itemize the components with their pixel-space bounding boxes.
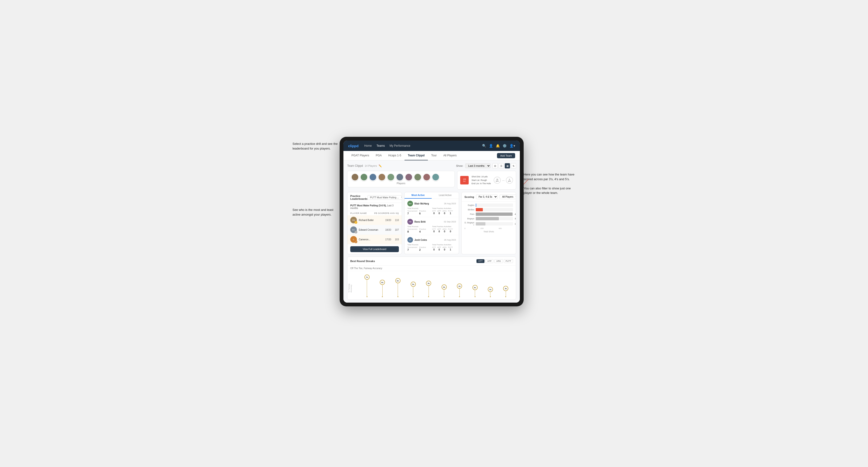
streak-point-8: 4x [468,285,482,297]
avatar-5[interactable] [387,173,395,181]
scoring-player-filter[interactable]: All Players [500,195,516,199]
avatar-6[interactable] [396,173,404,181]
streaks-header: Best Round Streaks OTT APP ARG PUTT [347,257,516,266]
navbar-icons: 🔍 👤 🔔 ⚙️ 👤▾ [482,144,515,148]
activity-item-1: BM Blair McHarg 26 Aug 2023 Total Rounds [404,199,459,217]
pa-stats-3: Total Rounds Tournament 7 Practice [407,244,456,251]
lb-name-1: Richard Butler [359,219,383,221]
navbar-brand: clippd [348,144,359,148]
show-dropdown[interactable]: Last 3 months Last 6 months Last year [465,163,491,168]
avatar-1[interactable] [351,173,359,181]
lb-name-2: Edward Crossman [359,228,383,231]
pa-avatar-2[interactable]: RB [407,219,413,224]
streak-btn-arg[interactable]: ARG [494,259,503,263]
view-card-icon[interactable]: ▦ [505,163,510,168]
streak-btn-ott[interactable]: OTT [476,259,485,263]
avatar-4[interactable] [378,173,385,181]
chart-row-bogeys: Bogeys 311 [464,217,513,220]
add-team-button[interactable]: Add Team [497,153,515,158]
pa-stats-2: Total Rounds Tournament 8 Practice [407,225,456,233]
lb-avg-3: 103 [395,238,399,241]
practice-leaderboards-card: Practice Leaderboards PUTT Must Make Put… [347,192,402,254]
tablet-frame: clippd Home Teams My Performance 🔍 👤 🔔 ⚙… [340,137,524,306]
streak-btn-app[interactable]: APP [486,259,493,263]
navbar-link-performance[interactable]: My Performance [390,144,410,148]
subnav-pga[interactable]: PGA [372,151,385,160]
pa-name-1: Blair McHarg [414,203,442,205]
player-activity-header-1: BM Blair McHarg 26 Aug 2023 [407,201,456,206]
bar-eagles [476,204,476,207]
lb-avatar-3[interactable]: C 3 [350,236,357,243]
settings-icon[interactable]: ⚙️ [503,144,507,148]
lb-score-3: 17/20 [385,238,391,241]
navbar-link-home[interactable]: Home [364,144,372,148]
scoring-card: Scoring Par 3, 4 & 5s All Players E [461,192,516,254]
edit-icon[interactable]: ✏️ [379,164,382,167]
leaderboard-title: Practice Leaderboards [350,195,368,200]
scoring-chart: Eagles 3 Birdies [462,201,516,235]
navbar-link-teams[interactable]: Teams [376,144,385,148]
avatar-10[interactable] [432,173,439,181]
avatar-9[interactable] [423,173,431,181]
annotation-bottom-left: See who is the most and least active amo… [292,208,340,217]
avatar-2[interactable] [360,173,368,181]
shot-info-box: 198 SC Shot Dist: 16 yds Start Lie: Roug… [457,171,516,190]
pa-avatar-3[interactable]: JC [407,237,413,243]
avatar-8[interactable] [414,173,422,181]
lb-avatar-2[interactable]: EC 2 [350,226,357,233]
leaderboard-dropdown[interactable]: PUTT Must Make Putting ... [368,195,402,200]
shot-score-badge: 198 SC [460,176,469,184]
chart-x-axis: 0 200 400 [464,227,513,229]
chart-row-dbogeys: D. Bogeys + 131 [464,221,513,226]
subnav-pgat[interactable]: PGAT Players [348,151,372,160]
avatar-7[interactable] [405,173,412,181]
lb-row: RB 1 Richard Butler 19/20 110 [347,215,402,225]
streak-btn-putt[interactable]: PUTT [504,259,513,263]
view-icons: ⊞ ☰ ▦ ⇅ [493,163,516,168]
chart-x-label: Total Shots [464,230,513,233]
user-menu-icon[interactable]: 👤▾ [509,144,515,148]
view-full-leaderboard-button[interactable]: View Full Leaderboard [350,246,399,252]
scoring-header: Scoring Par 3, 4 & 5s All Players [462,192,516,201]
players-label: Players [351,182,451,185]
scoring-par-dropdown[interactable]: Par 3, 4 & 5s [476,195,498,199]
subnav-hcaps[interactable]: Hcaps 1-5 [385,151,404,160]
leaderboard-header: Practice Leaderboards PUTT Must Make Put… [347,192,402,203]
streak-point-3: 6x [391,278,405,297]
subnav: PGAT Players PGA Hcaps 1-5 Team Clippd T… [343,151,520,160]
players-card: Players [347,171,455,187]
bell-icon[interactable]: 🔔 [496,144,500,148]
streak-point-9: 3x [483,287,497,297]
view-grid-icon[interactable]: ⊞ [493,163,498,168]
pa-name-3: Josh Coles [414,239,442,241]
player-activity-header-3: JC Josh Coles 26 Aug 2023 [407,237,456,243]
team-header: Team Clippd 14 Players ✏️ Show: Last 3 m… [347,163,516,168]
pa-date-2: 02 Sep 2023 [444,220,456,223]
pa-avatar-1[interactable]: BM [407,201,413,206]
show-controls: Show: Last 3 months Last 6 months Last y… [456,163,516,168]
subnav-all-players[interactable]: All Players [440,151,460,160]
lb-avg-2: 107 [395,228,399,231]
profile-icon[interactable]: 👤 [489,144,493,148]
subnav-team-clippd[interactable]: Team Clippd [404,151,428,160]
streak-point-7: 4x [452,283,467,297]
view-list-icon[interactable]: ☰ [499,163,504,168]
lb-name-3: Cameron... [359,238,383,241]
tab-least-active[interactable]: Least Active [432,192,459,198]
activity-item-2: RB Rees Britt 02 Sep 2023 Total Rounds T… [404,217,459,235]
lb-row: C 3 Cameron... 17/20 103 [347,235,402,244]
subnav-tour[interactable]: Tour [428,151,440,160]
chart-row-pars: Pars 499 [464,213,513,216]
lb-avatar-1[interactable]: RB 1 [350,217,357,223]
tablet-screen: clippd Home Teams My Performance 🔍 👤 🔔 ⚙… [343,141,520,303]
pa-stats-1: Total Rounds Tournament 7 Practice [407,207,456,215]
avatar-3[interactable] [369,173,377,181]
streaks-card: Best Round Streaks OTT APP ARG PUTT Off … [347,257,516,300]
search-icon[interactable]: 🔍 [482,144,486,148]
yds-boxes: 16 yds — 0 yds [494,177,513,184]
player-activity-header-2: RB Rees Britt 02 Sep 2023 [407,219,456,224]
annotation-right: Here you can see how the team have score… [524,172,576,195]
view-sort-icon[interactable]: ⇅ [511,163,516,168]
tab-most-active[interactable]: Most Active [404,192,432,198]
streaks-title: Best Round Streaks [350,260,375,262]
